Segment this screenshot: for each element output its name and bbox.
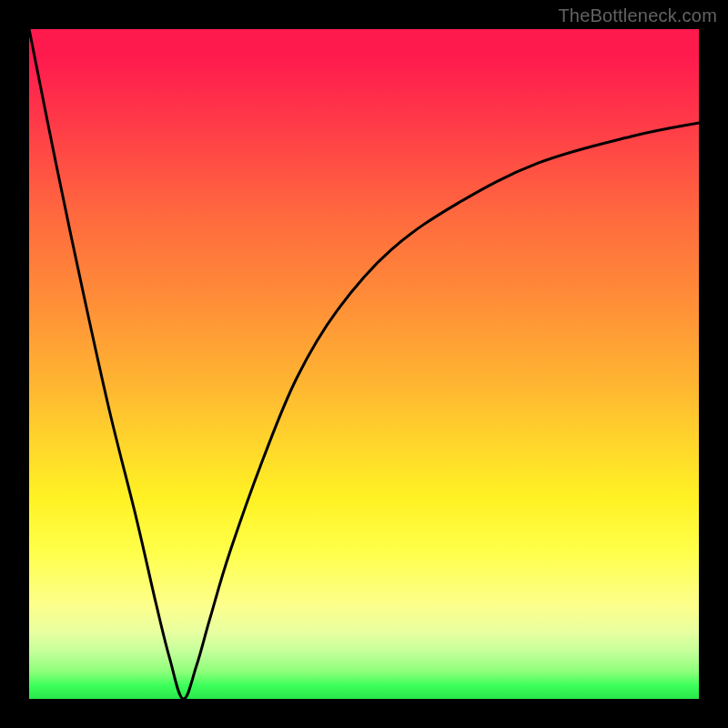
- bottleneck-curve-path: [29, 29, 699, 699]
- plot-area: [29, 29, 699, 699]
- chart-stage: TheBottleneck.com: [0, 0, 728, 728]
- curve-marker: [139, 521, 159, 608]
- curve-layer: [29, 29, 699, 699]
- curve-markers: [121, 445, 265, 699]
- curve-marker: [145, 545, 165, 632]
- curve-marker: [136, 505, 156, 592]
- curve-marker: [125, 459, 147, 545]
- bottleneck-curve: [29, 29, 699, 699]
- curve-marker: [235, 448, 265, 531]
- curve-marker: [177, 633, 210, 699]
- curve-marker: [226, 473, 256, 557]
- curve-marker: [121, 445, 143, 531]
- watermark-text: TheBottleneck.com: [558, 5, 717, 26]
- curve-marker: [129, 472, 149, 559]
